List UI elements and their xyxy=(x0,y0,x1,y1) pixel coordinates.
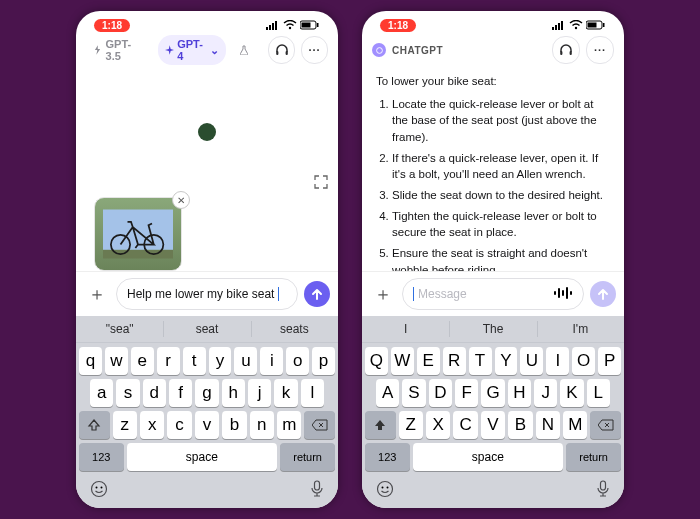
voice-input-button[interactable] xyxy=(553,286,573,303)
key[interactable]: z xyxy=(113,411,137,439)
suggestion[interactable]: I xyxy=(362,316,449,342)
key[interactable]: y xyxy=(209,347,232,375)
battery-icon xyxy=(300,20,320,30)
space-key[interactable]: space xyxy=(413,443,564,471)
dictate-key[interactable] xyxy=(596,480,610,502)
key[interactable]: P xyxy=(598,347,621,375)
headphones-button[interactable] xyxy=(552,36,580,64)
model-chip-gpt35[interactable]: GPT-3.5 xyxy=(86,35,152,65)
image-attachment[interactable]: ✕ xyxy=(94,197,184,271)
key[interactable]: C xyxy=(453,411,477,439)
suggestion[interactable]: seat xyxy=(163,316,250,342)
key[interactable]: d xyxy=(143,379,166,407)
key[interactable]: q xyxy=(79,347,102,375)
key[interactable]: Q xyxy=(365,347,388,375)
message-input[interactable]: Message xyxy=(402,278,584,310)
emoji-icon xyxy=(376,480,394,498)
key[interactable]: M xyxy=(563,411,587,439)
key[interactable]: B xyxy=(508,411,532,439)
key[interactable]: w xyxy=(105,347,128,375)
key[interactable]: I xyxy=(546,347,569,375)
key[interactable]: l xyxy=(301,379,324,407)
suggestion[interactable]: I'm xyxy=(537,316,624,342)
key[interactable]: f xyxy=(169,379,192,407)
key[interactable]: G xyxy=(481,379,504,407)
model-chip-beta[interactable] xyxy=(232,42,256,58)
key[interactable]: h xyxy=(222,379,245,407)
shift-key[interactable] xyxy=(79,411,110,439)
arrow-up-icon xyxy=(596,287,610,301)
emoji-key[interactable] xyxy=(90,480,108,502)
emoji-key[interactable] xyxy=(376,480,394,502)
key[interactable]: m xyxy=(277,411,301,439)
return-key[interactable]: return xyxy=(280,443,335,471)
suggestion[interactable]: seats xyxy=(251,316,338,342)
key[interactable]: r xyxy=(157,347,180,375)
send-button[interactable] xyxy=(304,281,330,307)
numbers-key[interactable]: 123 xyxy=(365,443,410,471)
return-key[interactable]: return xyxy=(566,443,621,471)
dictate-key[interactable] xyxy=(310,480,324,502)
send-button[interactable] xyxy=(590,281,616,307)
key[interactable]: j xyxy=(248,379,271,407)
key[interactable]: L xyxy=(587,379,610,407)
key[interactable]: b xyxy=(222,411,246,439)
key[interactable]: v xyxy=(195,411,219,439)
suggestion[interactable]: The xyxy=(449,316,536,342)
key[interactable]: i xyxy=(260,347,283,375)
key[interactable]: Y xyxy=(495,347,518,375)
key[interactable]: R xyxy=(443,347,466,375)
key[interactable]: X xyxy=(426,411,450,439)
key[interactable]: x xyxy=(140,411,164,439)
svg-rect-9 xyxy=(285,51,287,55)
key[interactable]: g xyxy=(195,379,218,407)
key[interactable]: E xyxy=(417,347,440,375)
headphones-icon xyxy=(275,43,289,57)
svg-rect-37 xyxy=(601,481,606,490)
key[interactable]: e xyxy=(131,347,154,375)
key[interactable]: S xyxy=(402,379,425,407)
remove-attachment-button[interactable]: ✕ xyxy=(172,191,190,209)
message-placeholder: Message xyxy=(418,287,467,301)
key[interactable]: k xyxy=(274,379,297,407)
attach-button[interactable]: ＋ xyxy=(84,281,110,307)
key[interactable]: O xyxy=(572,347,595,375)
key[interactable]: V xyxy=(481,411,505,439)
key[interactable]: o xyxy=(286,347,309,375)
space-key[interactable]: space xyxy=(127,443,278,471)
key[interactable]: W xyxy=(391,347,414,375)
key[interactable]: s xyxy=(116,379,139,407)
key[interactable]: c xyxy=(167,411,191,439)
key[interactable]: T xyxy=(469,347,492,375)
battery-icon xyxy=(586,20,606,30)
key[interactable]: p xyxy=(312,347,335,375)
attach-button[interactable]: ＋ xyxy=(370,281,396,307)
model-chip-gpt4[interactable]: GPT-4 ⌄ xyxy=(158,35,226,65)
headphones-button[interactable] xyxy=(268,36,295,64)
suggestion[interactable]: "sea" xyxy=(76,316,163,342)
more-button[interactable]: ··· xyxy=(301,36,328,64)
numbers-key[interactable]: 123 xyxy=(79,443,124,471)
key[interactable]: D xyxy=(429,379,452,407)
key[interactable]: a xyxy=(90,379,113,407)
openai-icon xyxy=(375,46,384,55)
key[interactable]: u xyxy=(234,347,257,375)
more-button[interactable]: ··· xyxy=(586,36,614,64)
backspace-key[interactable] xyxy=(304,411,335,439)
key[interactable]: F xyxy=(455,379,478,407)
expand-icon[interactable] xyxy=(314,175,328,193)
key[interactable]: K xyxy=(560,379,583,407)
shift-key[interactable] xyxy=(365,411,396,439)
key[interactable]: A xyxy=(376,379,399,407)
key[interactable]: n xyxy=(250,411,274,439)
assistant-thinking-dot xyxy=(198,123,216,141)
key[interactable]: H xyxy=(508,379,531,407)
status-time: 1:18 xyxy=(94,19,130,32)
key[interactable]: J xyxy=(534,379,557,407)
backspace-key[interactable] xyxy=(590,411,621,439)
key[interactable]: U xyxy=(520,347,543,375)
key[interactable]: Z xyxy=(399,411,423,439)
key[interactable]: N xyxy=(536,411,560,439)
key[interactable]: t xyxy=(183,347,206,375)
message-input[interactable]: Help me lower my bike seat xyxy=(116,278,298,310)
